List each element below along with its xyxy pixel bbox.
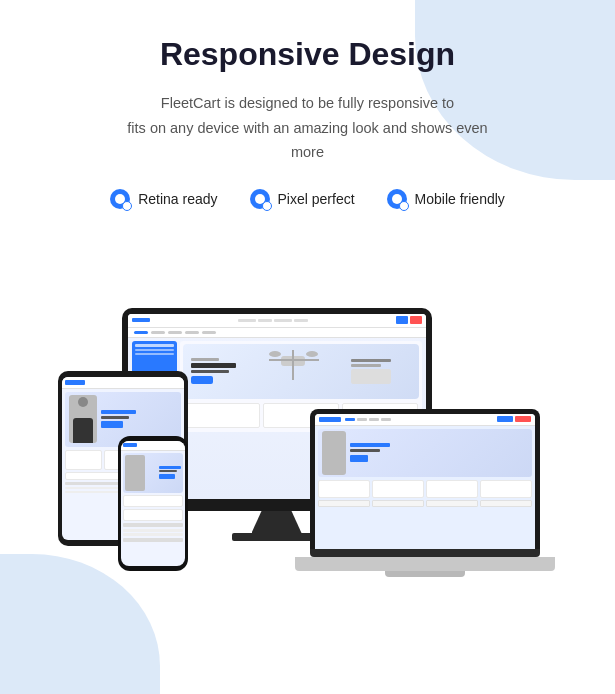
feature-mobile: Mobile friendly xyxy=(387,189,505,209)
feature-pixel: Pixel perfect xyxy=(250,189,355,209)
mobile-label: Mobile friendly xyxy=(415,191,505,207)
laptop-screen xyxy=(315,414,535,549)
retina-label: Retina ready xyxy=(138,191,217,207)
page-title: Responsive Design xyxy=(40,36,575,73)
feature-retina: Retina ready xyxy=(110,189,217,209)
phone-frame xyxy=(118,436,188,571)
laptop-mockup xyxy=(310,409,555,571)
phone-screen xyxy=(121,441,185,566)
pixel-label: Pixel perfect xyxy=(278,191,355,207)
devices-section xyxy=(40,241,575,601)
phone-mockup xyxy=(118,436,188,571)
subtitle: FleetCart is designed to be fully respon… xyxy=(118,91,498,165)
laptop-keyboard xyxy=(295,557,555,571)
features-row: Retina ready Pixel perfect Mobile friend… xyxy=(40,189,575,209)
laptop-base xyxy=(310,549,540,557)
retina-icon xyxy=(110,189,130,209)
main-container: Responsive Design FleetCart is designed … xyxy=(0,0,615,621)
pixel-icon xyxy=(250,189,270,209)
mobile-icon xyxy=(387,189,407,209)
laptop-screen-part xyxy=(310,409,540,549)
